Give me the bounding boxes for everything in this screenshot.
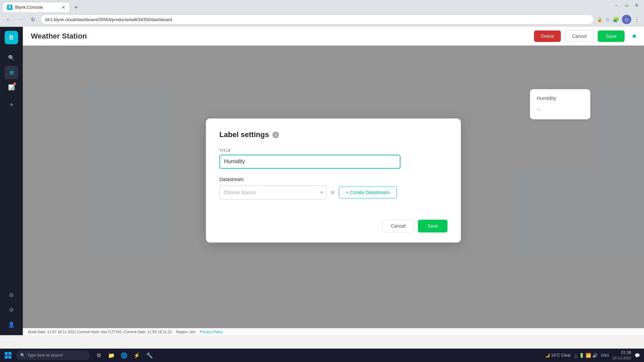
sys-tray: △ 🔋 📶 🔊 [574, 353, 598, 358]
clock-date: 10-12-2021 [612, 356, 631, 361]
build-info: Build Date: 11:57 18.11.2021,Commit Hash… [28, 330, 172, 334]
info-icon[interactable]: i [272, 131, 279, 138]
menu-icon[interactable]: ⋮ [634, 16, 640, 23]
sidebar-logo[interactable]: B [5, 31, 18, 44]
clock: 01:36 10-12-2021 [612, 350, 631, 361]
tab-favicon: B [7, 5, 12, 10]
browser-chrome: B Blynk.Console ✕ + ─ ▭ ✕ ← → ↻ blr1.bly… [0, 0, 644, 27]
sidebar-item-notifications[interactable]: 📊 [5, 80, 18, 94]
sidebar-item-settings-gear[interactable]: ⚙ [5, 303, 18, 316]
taskbar-search-label: Type here to search [27, 353, 63, 358]
taskbar-icons-row: ⧉ 📁 🌐 ⚡ 🔧 [93, 349, 156, 361]
widget-preview-value: -- [537, 106, 584, 113]
create-datastream-button[interactable]: + Create Datastream [339, 186, 396, 198]
sidebar-item-search[interactable]: 🔍 [5, 51, 18, 64]
taskview-icon[interactable]: ⧉ [93, 349, 105, 361]
delete-button[interactable]: Delete [534, 31, 561, 42]
datastream-field-section: Datastream Choose Source ▾ or + Create D… [219, 177, 447, 199]
taskbar: 🔍 Type here to search ⧉ 📁 🌐 ⚡ 🔧 🌙 14°C C… [0, 349, 644, 362]
windows-logo-icon [5, 352, 11, 359]
tab-bar: B Blynk.Console ✕ + ─ ▭ ✕ [0, 0, 644, 12]
lock-icon: 🔒 [597, 17, 602, 22]
status-indicator [633, 35, 636, 38]
weather-info: 🌙 14°C Clear [545, 353, 571, 358]
sidebar-item-user[interactable]: 👤 [5, 318, 18, 331]
widget-preview-title: Humidity [537, 95, 584, 101]
close-button[interactable]: ✕ [632, 1, 641, 9]
network-icon: 📶 [586, 353, 591, 358]
or-text: or [331, 190, 335, 195]
taskbar-app-4[interactable]: 🔧 [144, 349, 156, 361]
tray-icon-1: △ [574, 353, 578, 358]
new-tab-button[interactable]: + [71, 3, 81, 12]
taskbar-app-2[interactable]: 🌐 [118, 349, 130, 361]
address-bar: ← → ↻ blr1.blynk.cloud/dashboard/25564/p… [0, 12, 644, 27]
datastream-label: Datastream [219, 177, 447, 182]
taskbar-app-3[interactable]: ⚡ [131, 349, 143, 361]
forward-button[interactable]: → [16, 15, 25, 24]
language-indicator: ENG [601, 353, 609, 357]
back-button[interactable]: ← [4, 15, 13, 24]
taskbar-search[interactable]: 🔍 Type here to search [16, 351, 90, 360]
notification-center-icon[interactable]: 💬 [635, 353, 640, 358]
main-header: Weather Station Delete Cancel Save [23, 27, 644, 46]
header-save-button[interactable]: Save [598, 31, 625, 42]
title-field-label: TITLE [219, 148, 447, 153]
modal-footer: Cancel Save [219, 220, 447, 232]
title-field-section: TITLE [219, 148, 447, 169]
main-content: Weather Station Delete Cancel Save Humid… [23, 27, 644, 335]
url-bar[interactable]: blr1.blynk.cloud/dashboard/25564/product… [40, 14, 594, 24]
sidebar-item-send[interactable]: ✈ [5, 98, 18, 111]
modal-cancel-button[interactable]: Cancel [382, 220, 414, 232]
modal-save-button[interactable]: Save [418, 220, 447, 232]
profile-icon[interactable]: U [622, 15, 631, 24]
tray-icon-2: 🔋 [579, 353, 584, 358]
footer-info-bar: Build Date: 11:57 18.11.2021,Commit Hash… [23, 328, 644, 335]
volume-icon: 🔊 [592, 353, 598, 358]
search-icon: 🔍 [20, 353, 25, 358]
header-cancel-button[interactable]: Cancel [565, 31, 594, 42]
taskbar-app-1[interactable]: 📁 [105, 349, 117, 361]
page-title: Weather Station [31, 32, 87, 41]
extensions-icon[interactable]: 🧩 [612, 16, 619, 23]
region-info: Region: blr1 [176, 330, 196, 334]
title-input[interactable] [219, 155, 400, 169]
header-actions: Delete Cancel Save [534, 31, 625, 42]
start-button[interactable] [0, 349, 16, 362]
source-select[interactable]: Choose Source [219, 185, 327, 199]
privacy-policy-link[interactable]: Privacy Policy [200, 330, 223, 334]
widget-preview: Humidity -- [530, 89, 590, 119]
source-select-wrapper: Choose Source ▾ [219, 185, 327, 199]
star-icon[interactable]: ☆ [605, 16, 610, 23]
label-settings-modal: Label settings i TITLE Datastream Choose… [206, 118, 461, 242]
modal-title-text: Label settings [219, 130, 269, 139]
tab-title: Blynk.Console [15, 5, 59, 10]
datastream-row: Choose Source ▾ or + Create Datastream [219, 185, 447, 199]
app-wrapper: B 🔍 ⊞ 📊 ✈ ⚙ ⚙ 👤 Weather Station Delete C… [0, 27, 644, 335]
sidebar-item-settings-wheel[interactable]: ⚙ [5, 288, 18, 302]
minimize-button[interactable]: ─ [612, 1, 621, 9]
clock-time: 01:36 [612, 350, 631, 356]
maximize-button[interactable]: ▭ [622, 1, 631, 9]
active-tab[interactable]: B Blynk.Console ✕ [3, 2, 70, 12]
dashboard-area: Humidity -- Label settings i TITLE Datas… [23, 46, 644, 335]
sidebar-item-dashboard[interactable]: ⊞ [5, 66, 18, 79]
modal-title-row: Label settings i [219, 130, 447, 139]
notification-badge [13, 82, 16, 85]
sidebar: B 🔍 ⊞ 📊 ✈ ⚙ ⚙ 👤 [0, 27, 23, 335]
refresh-button[interactable]: ↻ [28, 15, 38, 24]
window-controls: ─ ▭ ✕ [612, 1, 641, 9]
tab-close-icon[interactable]: ✕ [61, 5, 65, 10]
taskbar-right: 🌙 14°C Clear △ 🔋 📶 🔊 ENG 01:36 10-12-202… [545, 350, 644, 361]
